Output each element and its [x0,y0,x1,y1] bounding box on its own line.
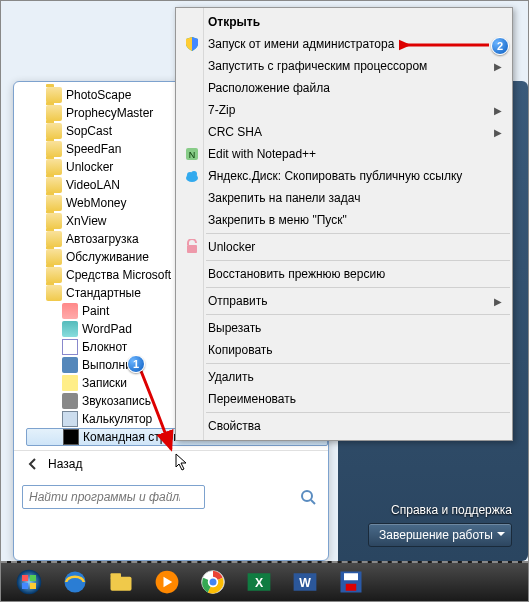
folder-label: SpeedFan [66,140,121,158]
context-menu-item[interactable]: Восстановить прежнюю версию [176,263,512,285]
yadisk-icon [184,168,200,184]
start-button[interactable] [7,566,51,598]
context-menu-item[interactable]: NEdit with Notepad++ [176,143,512,165]
svg-line-1 [311,500,315,504]
context-item-label: Отправить [208,294,268,308]
folder-icon [46,195,62,211]
help-link[interactable]: Справка и поддержка [391,503,512,517]
context-menu-item[interactable]: Переименовать [176,388,512,410]
app-icon [62,375,78,391]
context-item-label: Удалить [208,370,254,384]
context-menu-item[interactable]: Unlocker [176,236,512,258]
svg-point-0 [302,491,312,501]
svg-point-6 [191,171,197,177]
menu-separator [206,412,510,413]
taskbar-ie[interactable] [53,566,97,598]
unlocker-icon [184,239,200,255]
context-menu: ОткрытьЗапуск от имени администратораЗап… [175,7,513,441]
taskbar-explorer[interactable] [99,566,143,598]
folder-label: Unlocker [66,158,113,176]
context-menu-item[interactable]: Отправить▶ [176,290,512,312]
svg-rect-7 [187,245,197,253]
context-item-label: Запуск от имени администратора [208,37,394,51]
app-label: WordPad [82,320,132,338]
context-menu-item[interactable]: Копировать [176,339,512,361]
submenu-arrow-icon: ▶ [494,61,502,72]
taskbar-excel[interactable]: X [237,566,281,598]
context-menu-item[interactable]: Открыть [176,11,512,33]
menu-separator [206,260,510,261]
context-item-label: Unlocker [208,240,255,254]
app-icon [62,411,78,427]
context-item-label: Вырезать [208,321,261,335]
annotation-arrow-1 [131,361,191,461]
taskbar-word[interactable]: W [283,566,327,598]
svg-point-14 [65,572,86,593]
svg-rect-16 [111,573,122,578]
folder-icon [46,105,62,121]
context-menu-item[interactable]: CRC SHA▶ [176,121,512,143]
svg-rect-11 [30,575,36,581]
context-item-label: 7-Zip [208,103,235,117]
svg-rect-10 [22,575,28,581]
context-menu-item[interactable]: Закрепить в меню "Пуск" [176,209,512,231]
submenu-arrow-icon: ▶ [494,296,502,307]
shutdown-button[interactable]: Завершение работы [368,523,512,547]
context-item-label: Закрепить в меню "Пуск" [208,213,347,227]
folder-icon [46,285,62,301]
taskbar-chrome[interactable] [191,566,235,598]
folder-label: XnView [66,212,106,230]
svg-rect-12 [22,583,28,589]
context-item-label: Копировать [208,343,273,357]
context-menu-item[interactable]: Удалить [176,366,512,388]
back-label: Назад [48,457,82,471]
submenu-arrow-icon: ▶ [494,127,502,138]
search-icon [300,489,316,505]
svg-rect-29 [346,584,357,591]
search-input[interactable] [22,485,205,509]
taskbar-mediaplayer[interactable] [145,566,189,598]
context-item-label: Edit with Notepad++ [208,147,316,161]
annotation-badge-1: 1 [127,355,145,373]
svg-text:X: X [255,576,264,590]
cursor-icon [175,453,191,473]
context-menu-item[interactable]: Вырезать [176,317,512,339]
folder-label: WebMoney [66,194,126,212]
menu-separator [206,287,510,288]
menu-separator [206,233,510,234]
app-label: Paint [82,302,109,320]
app-label: Блокнот [82,338,127,356]
submenu-arrow-icon: ▶ [494,105,502,116]
app-icon [62,339,78,355]
folder-icon [46,123,62,139]
context-item-label: Закрепить на панели задач [208,191,360,205]
taskbar: X W [1,561,528,601]
context-item-label: Расположение файла [208,81,330,95]
context-menu-item[interactable]: Расположение файла [176,77,512,99]
folder-icon [46,231,62,247]
folder-icon [46,159,62,175]
folder-icon [46,213,62,229]
annotation-arrow-2 [399,37,493,53]
folder-icon [46,141,62,157]
svg-rect-28 [344,573,358,580]
context-menu-item[interactable]: Закрепить на панели задач [176,187,512,209]
folder-icon [46,249,62,265]
context-item-label: Запустить с графическим процессором [208,59,427,73]
context-menu-item[interactable]: Яндекс.Диск: Скопировать публичную ссылк… [176,165,512,187]
annotation-badge-2: 2 [491,37,509,55]
context-menu-item[interactable]: Свойства [176,415,512,437]
svg-point-9 [17,570,42,595]
taskbar-save[interactable] [329,566,373,598]
svg-text:N: N [189,150,196,160]
app-icon [62,357,78,373]
folder-label: Стандартные [66,284,141,302]
context-menu-item[interactable]: 7-Zip▶ [176,99,512,121]
menu-separator [206,363,510,364]
app-icon [62,321,78,337]
shield-icon [184,36,200,52]
context-item-label: CRC SHA [208,125,262,139]
context-menu-item[interactable]: Запустить с графическим процессором▶ [176,55,512,77]
context-item-label: Яндекс.Диск: Скопировать публичную ссылк… [208,169,462,183]
svg-rect-13 [30,583,36,589]
